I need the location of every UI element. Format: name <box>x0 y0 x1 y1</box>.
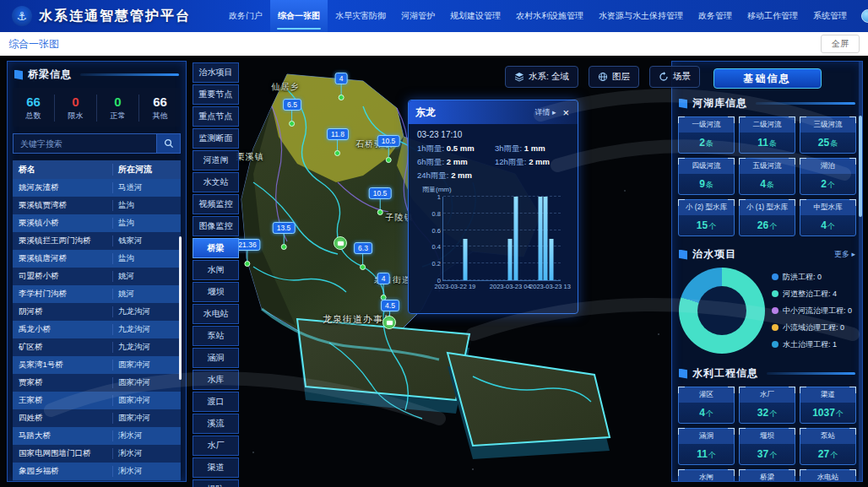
river-card-四级河流[interactable]: 四级河流9条 <box>678 158 735 195</box>
marker-value-badge: 13.5 <box>273 222 296 234</box>
water-level-marker[interactable]: 11.8 <box>327 128 349 156</box>
top-nav-bar: ⚓ 水系连通智慧管护平台 政务门户综合一张图水旱灾害防御河湖管护规划建设管理农村… <box>0 0 868 32</box>
layer-toggle-11[interactable]: 水电站 <box>193 304 239 324</box>
bridge-name-cell: 矿区桥 <box>13 342 112 353</box>
layer-toggle-5[interactable]: 水文站 <box>193 172 239 192</box>
river-card-一级河流[interactable]: 一级河流2条 <box>678 116 735 154</box>
water-level-marker[interactable]: 6.5 <box>283 99 301 127</box>
close-icon[interactable]: × <box>561 106 571 119</box>
layer-toggle-18[interactable]: 渠道 <box>193 457 239 478</box>
map-control-0[interactable]: 水系: 全域 <box>505 66 578 88</box>
layer-toggle-12[interactable]: 泵站 <box>193 326 239 346</box>
water-level-marker[interactable]: 4 <box>377 273 390 300</box>
water-level-marker[interactable]: 10.5 <box>377 135 400 163</box>
layer-toggle-6[interactable]: 视频监控 <box>193 194 239 214</box>
layer-toggle-0[interactable]: 治水项目 <box>193 62 239 83</box>
nav-item-5[interactable]: 农村水利设施管理 <box>508 0 591 32</box>
table-row[interactable]: 栗溪镇拦王两门沟桥钱家河 <box>13 232 181 250</box>
basic-info-badge[interactable]: 基础信息 <box>713 68 822 89</box>
table-row[interactable]: 马踏大桥浰水河 <box>13 427 181 445</box>
table-row[interactable]: 栗溪镇小桥盐沟 <box>13 214 181 232</box>
panel-scrollbar-thumb[interactable] <box>859 116 862 217</box>
facility-card-涵洞[interactable]: 涵洞11个 <box>678 428 735 465</box>
nav-item-9[interactable]: 系统管理 <box>806 0 854 32</box>
popup-detail-link[interactable]: 详情 ▸ <box>534 107 556 118</box>
facility-card-水厂[interactable]: 水厂32个 <box>739 387 795 424</box>
nav-item-6[interactable]: 水资源与水土保持管理 <box>591 0 691 32</box>
table-row[interactable]: 李学村门沟桥姚河 <box>13 285 181 303</box>
nav-item-0[interactable]: 政务门户 <box>221 0 270 32</box>
projects-more-link[interactable]: 更多 ▸ <box>834 249 855 260</box>
table-row[interactable]: 阴河桥九龙沟河 <box>13 303 181 321</box>
nav-item-1[interactable]: 综合一张图 <box>270 0 328 32</box>
stat-value: 66 <box>139 95 181 109</box>
nav-item-8[interactable]: 移动工作管理 <box>740 0 806 32</box>
nav-item-4[interactable]: 规划建设管理 <box>442 0 508 32</box>
layer-toggle-17[interactable]: 水厂 <box>193 436 239 456</box>
layer-toggle-15[interactable]: 渡口 <box>193 392 239 412</box>
table-row[interactable]: 禹龙小桥九龙沟河 <box>13 321 181 338</box>
search-button[interactable] <box>157 133 181 154</box>
river-name-cell: 浰水河 <box>112 430 181 441</box>
water-level-marker[interactable]: 10.5 <box>369 187 392 215</box>
river-card-三级河流[interactable]: 三级河流25条 <box>800 116 856 154</box>
table-row[interactable]: 栗溪镇贾湾桥盐沟 <box>13 197 181 214</box>
water-level-marker[interactable]: 4 <box>335 73 348 100</box>
table-row[interactable]: 撒家5号堤防桥浰水河 <box>13 480 181 482</box>
water-level-marker[interactable]: 6.3 <box>354 242 372 270</box>
table-row[interactable]: 四姓桥圆家冲河 <box>13 409 181 427</box>
table-row[interactable]: 国家电网围墙门口桥浰水河 <box>13 445 181 463</box>
facility-card-堰坝[interactable]: 堰坝37个 <box>739 428 795 465</box>
nav-item-2[interactable]: 水旱灾害防御 <box>328 0 393 32</box>
breadcrumb[interactable]: 综合一张图 <box>8 37 59 51</box>
stat-value: 0 <box>97 95 138 109</box>
facility-card-水电站[interactable]: 水电站3个 <box>800 469 856 482</box>
user-menu[interactable]: hlzb42080201 ▾ <box>854 9 868 23</box>
river-card-二级河流[interactable]: 二级河流11条 <box>739 116 795 154</box>
fullscreen-button[interactable]: 全屏 <box>821 35 860 53</box>
layer-toggle-7[interactable]: 图像监控 <box>193 216 239 236</box>
layer-toggle-13[interactable]: 涵洞 <box>193 348 239 368</box>
table-row[interactable]: 象园乡福桥浰水河 <box>13 463 181 480</box>
card-value: 25条 <box>800 133 855 149</box>
table-row[interactable]: 王家桥圆家冲河 <box>13 392 181 409</box>
layer-toggle-16[interactable]: 溪流 <box>193 414 239 434</box>
camera-icon[interactable] <box>382 316 396 329</box>
layer-toggle-4[interactable]: 河道闸 <box>193 150 239 170</box>
nav-item-3[interactable]: 河湖管护 <box>393 0 442 32</box>
panel-scrollbar-track[interactable] <box>859 62 862 482</box>
layer-toggle-1[interactable]: 重要节点 <box>193 84 239 105</box>
layer-toggle-14[interactable]: 水库 <box>193 370 239 390</box>
table-row[interactable]: 矿区桥九龙沟河 <box>13 338 181 356</box>
nav-item-7[interactable]: 政务管理 <box>691 0 740 32</box>
table-row[interactable]: 吴家湾1号桥圆家冲河 <box>13 356 181 374</box>
river-card-小 (1) 型水库[interactable]: 小 (1) 型水库26个 <box>739 199 795 236</box>
table-row[interactable]: 姚河灰渣桥马道河 <box>13 179 181 197</box>
table-row[interactable]: 栗溪镇唐河桥盐沟 <box>13 250 181 268</box>
card-label: 渠道 <box>800 387 855 403</box>
table-row[interactable]: 贾家桥圆家冲河 <box>13 374 181 392</box>
river-name-cell: 钱家河 <box>112 235 181 246</box>
water-level-marker[interactable]: 13.5 <box>273 222 296 250</box>
layer-toggle-10[interactable]: 堰坝 <box>193 282 239 302</box>
table-row[interactable]: 司盟桥小桥姚河 <box>13 268 181 285</box>
facility-card-泵站[interactable]: 泵站27个 <box>800 428 856 465</box>
map-control-1[interactable]: 图层 <box>589 66 639 88</box>
map-control-2[interactable]: 场景 <box>649 66 700 88</box>
layer-toggle-2[interactable]: 重点节点 <box>193 106 239 127</box>
river-card-中型水库[interactable]: 中型水库4个 <box>800 199 856 236</box>
facility-card-渠道[interactable]: 渠道1037个 <box>800 387 856 424</box>
river-card-五级河流[interactable]: 五级河流4条 <box>739 158 795 195</box>
layer-toggle-9[interactable]: 水闸 <box>193 260 239 280</box>
search-input[interactable] <box>13 133 157 154</box>
camera-icon[interactable] <box>334 236 347 250</box>
river-card-湖泊[interactable]: 湖泊2个 <box>800 158 856 195</box>
layer-toggle-8[interactable]: 桥梁 <box>193 238 239 258</box>
facility-card-桥梁[interactable]: 桥梁66个 <box>739 469 795 482</box>
facility-card-灌区[interactable]: 灌区4个 <box>678 387 735 424</box>
layer-toggle-3[interactable]: 监测断面 <box>193 128 239 149</box>
layer-toggle-19[interactable]: 堤防 <box>193 479 239 487</box>
table-vertical-scrollbar[interactable] <box>179 236 182 380</box>
facility-card-水闸[interactable]: 水闸47个 <box>678 469 735 482</box>
river-card-小 (2) 型水库[interactable]: 小 (2) 型水库15个 <box>678 199 735 236</box>
